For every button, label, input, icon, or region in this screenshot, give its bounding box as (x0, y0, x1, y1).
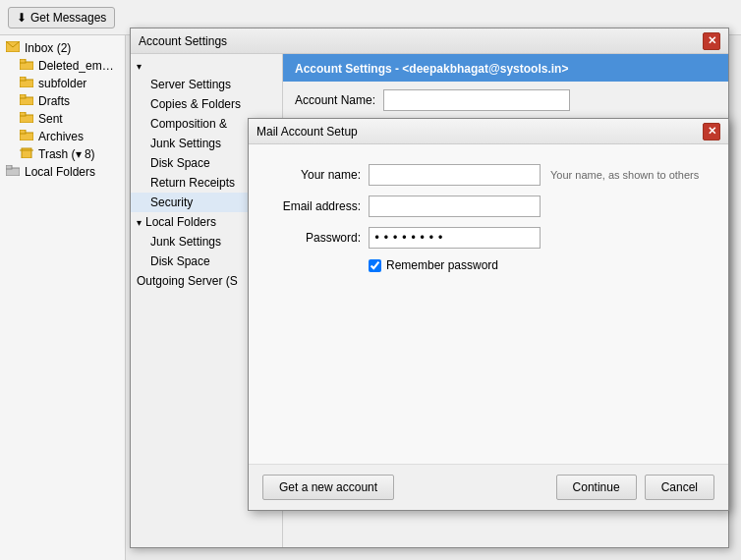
drafts-label: Drafts (38, 94, 70, 108)
get-messages-button[interactable]: ⬇ Get Messages (8, 7, 115, 28)
footer-right-buttons: Continue Cancel (556, 475, 714, 500)
password-label: Password: (272, 231, 361, 245)
sidebar-item-drafts[interactable]: Drafts (0, 92, 125, 110)
svg-rect-4 (20, 77, 26, 81)
sent-label: Sent (38, 112, 63, 126)
deleted-emails-icon (20, 59, 35, 73)
nav-copies-folders[interactable]: Copies & Folders (131, 94, 282, 114)
archives-label: Archives (38, 130, 84, 143)
deleted-emails-label: Deleted_emails (38, 59, 119, 73)
nav-local-arrow-icon: ▾ (137, 217, 142, 228)
email-input[interactable] (369, 196, 541, 217)
account-settings-close-button[interactable]: ✕ (703, 32, 720, 50)
trash-label: Trash (▾ 8) (38, 147, 95, 161)
account-name-input[interactable] (383, 89, 570, 111)
trash-icon (20, 147, 35, 161)
svg-rect-10 (20, 130, 26, 134)
mail-setup-footer: Get a new account Continue Cancel (249, 464, 728, 510)
remember-password-label[interactable]: Remember password (386, 258, 498, 272)
account-settings-titlebar: Account Settings ✕ (131, 28, 728, 54)
your-name-hint: Your name, as shown to others (550, 169, 699, 181)
get-messages-label: Get Messages (30, 11, 106, 25)
mail-account-setup-dialog: Mail Account Setup ✕ Your name: Your nam… (248, 118, 729, 511)
remember-password-row: Remember password (369, 258, 705, 272)
continue-button[interactable]: Continue (556, 475, 637, 500)
settings-header: Account Settings - <deepakbhagat@systool… (283, 54, 728, 82)
account-settings-title: Account Settings (139, 34, 227, 48)
mail-setup-title: Mail Account Setup (256, 125, 358, 139)
mail-setup-titlebar: Mail Account Setup ✕ (249, 119, 728, 144)
email-label: Email address: (272, 199, 361, 213)
nav-arrow-icon: ▾ (137, 61, 142, 72)
sidebar-item-inbox[interactable]: Inbox (2) (0, 39, 125, 57)
svg-rect-8 (20, 112, 26, 116)
sidebar-item-deleted-emails[interactable]: Deleted_emails (0, 57, 125, 75)
account-name-row: Account Name: (283, 82, 728, 119)
nav-server-settings[interactable]: Server Settings (131, 75, 282, 94)
account-name-label: Account Name: (295, 93, 375, 107)
your-name-label: Your name: (272, 168, 361, 182)
svg-rect-14 (6, 165, 12, 169)
folder-sidebar: Inbox (2) Deleted_emails subfolder (0, 35, 126, 560)
local-folders-icon (6, 165, 22, 179)
cancel-button[interactable]: Cancel (645, 475, 714, 500)
nav-account-section[interactable]: ▾ (131, 58, 282, 75)
drafts-icon (20, 94, 35, 108)
sent-icon (20, 112, 35, 126)
email-address-row: Email address: (272, 196, 705, 217)
your-name-input[interactable] (369, 164, 541, 186)
archives-icon (20, 130, 35, 143)
subfolder-icon (20, 77, 35, 90)
get-messages-icon: ⬇ (17, 11, 27, 25)
sidebar-item-sent[interactable]: Sent (0, 110, 125, 128)
get-new-account-button[interactable]: Get a new account (262, 475, 394, 500)
svg-rect-2 (20, 59, 26, 63)
sidebar-item-archives[interactable]: Archives (0, 128, 125, 145)
sidebar-item-subfolder[interactable]: subfolder (0, 75, 125, 92)
remember-password-checkbox[interactable] (369, 259, 381, 272)
subfolder-label: subfolder (38, 77, 86, 90)
password-row: Password: (272, 227, 705, 249)
mail-setup-close-button[interactable]: ✕ (703, 123, 720, 140)
password-input[interactable] (369, 227, 541, 249)
sidebar-item-trash[interactable]: Trash (▾ 8) (0, 145, 125, 163)
inbox-icon (6, 41, 22, 55)
mail-setup-body: Your name: Your name, as shown to others… (249, 144, 728, 464)
inbox-label: Inbox (2) (25, 41, 71, 55)
sidebar-item-local-folders[interactable]: Local Folders (0, 163, 125, 181)
svg-rect-6 (20, 94, 26, 98)
your-name-row: Your name: Your name, as shown to others (272, 164, 705, 186)
local-folders-label: Local Folders (25, 165, 95, 179)
